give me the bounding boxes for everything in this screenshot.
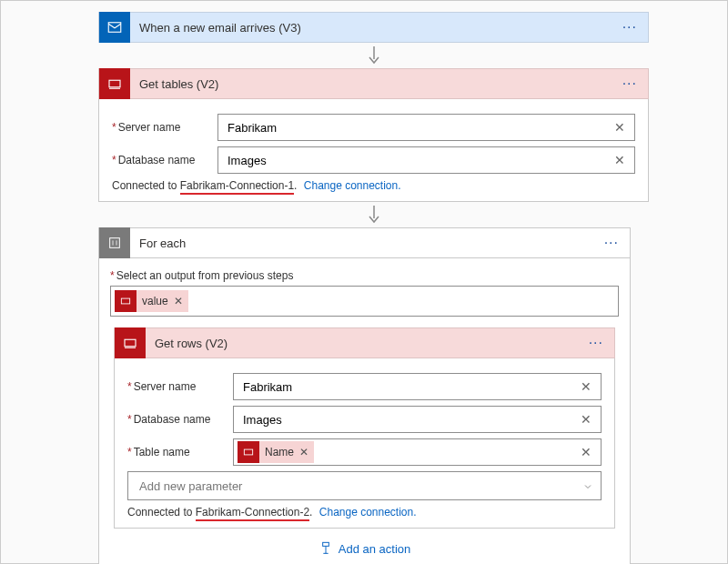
database-name-input[interactable] [243,413,577,427]
token-label: value [136,295,174,307]
get-rows-card: Get rows (V2) ··· *Server name ✕ *Databa… [114,327,615,529]
get-tables-header[interactable]: Get tables (V2) ··· [98,68,649,99]
connection-name: Fabrikam-Connection-2 [196,506,309,521]
add-action-label: Add an action [339,542,411,556]
server-name-input-wrap[interactable]: ✕ [217,114,635,141]
svg-rect-2 [109,80,120,87]
loop-icon [99,227,130,258]
value-token[interactable]: value ✕ [115,290,188,312]
foreach-card: For each ··· *Select an output from prev… [98,227,631,564]
clear-icon[interactable]: ✕ [577,379,595,394]
trigger-card[interactable]: When a new email arrives (V3) ··· [98,12,649,43]
svg-rect-10 [322,542,329,546]
designer-canvas: When a new email arrives (V3) ··· Get ta… [0,0,728,564]
svg-rect-9 [244,449,252,455]
token-label: Name [259,446,299,458]
get-rows-header[interactable]: Get rows (V2) ··· [114,327,615,358]
database-name-input[interactable] [228,154,611,167]
clear-icon[interactable]: ✕ [577,412,595,427]
add-parameter-label: Add new parameter [139,479,242,493]
foreach-menu-button[interactable]: ··· [601,235,622,251]
clear-icon[interactable]: ✕ [577,445,595,459]
sql-icon [115,327,146,358]
token-remove-icon[interactable]: ✕ [174,295,188,307]
sql-icon [115,290,136,312]
server-name-label: *Server name [127,380,233,393]
connection-name: Fabrikam-Connection-1 [180,179,294,195]
foreach-title: For each [130,237,601,250]
connection-info: Connected to Fabrikam-Connection-1. Chan… [112,179,635,192]
table-name-label: *Table name [127,446,233,458]
get-rows-title: Get rows (V2) [146,337,585,350]
select-output-input[interactable]: value ✕ [110,286,619,317]
add-action-button[interactable]: Add an action [318,541,411,556]
sql-icon [99,68,130,99]
database-name-input-wrap[interactable]: ✕ [233,406,602,433]
foreach-header[interactable]: For each ··· [98,227,631,258]
connector-arrow [98,46,649,65]
server-name-input[interactable] [243,380,577,394]
svg-rect-6 [121,298,129,304]
get-tables-menu-button[interactable]: ··· [619,76,641,92]
change-connection-link[interactable]: Change connection. [319,506,417,519]
server-name-input[interactable] [228,121,611,135]
table-name-input-wrap[interactable]: Name ✕ ✕ [233,438,602,466]
select-output-label: *Select an output from previous steps [110,269,619,282]
database-name-input-wrap[interactable]: ✕ [217,146,635,174]
database-name-label: *Database name [127,413,233,426]
connector-arrow [98,206,649,224]
get-rows-menu-button[interactable]: ··· [585,335,607,351]
outlook-icon [99,12,130,43]
svg-rect-0 [108,23,121,33]
svg-rect-5 [110,238,120,248]
add-step-icon [318,541,333,556]
change-connection-link[interactable]: Change connection. [304,179,401,192]
server-name-input-wrap[interactable]: ✕ [233,373,602,400]
token-remove-icon[interactable]: ✕ [299,446,314,458]
clear-icon[interactable]: ✕ [611,120,629,135]
server-name-label: *Server name [112,121,217,134]
trigger-title: When a new email arrives (V3) [130,21,619,35]
chevron-down-icon [582,479,593,493]
get-tables-card: Get tables (V2) ··· *Server name ✕ *Data… [98,68,649,202]
svg-rect-7 [125,339,136,347]
trigger-menu-button[interactable]: ··· [619,19,641,35]
name-token[interactable]: Name ✕ [238,441,314,463]
get-tables-title: Get tables (V2) [130,77,619,91]
add-parameter-dropdown[interactable]: Add new parameter [127,471,602,500]
database-name-label: *Database name [112,154,217,166]
sql-icon [238,441,259,463]
clear-icon[interactable]: ✕ [611,153,629,167]
connection-info: Connected to Fabrikam-Connection-2. Chan… [127,506,602,519]
